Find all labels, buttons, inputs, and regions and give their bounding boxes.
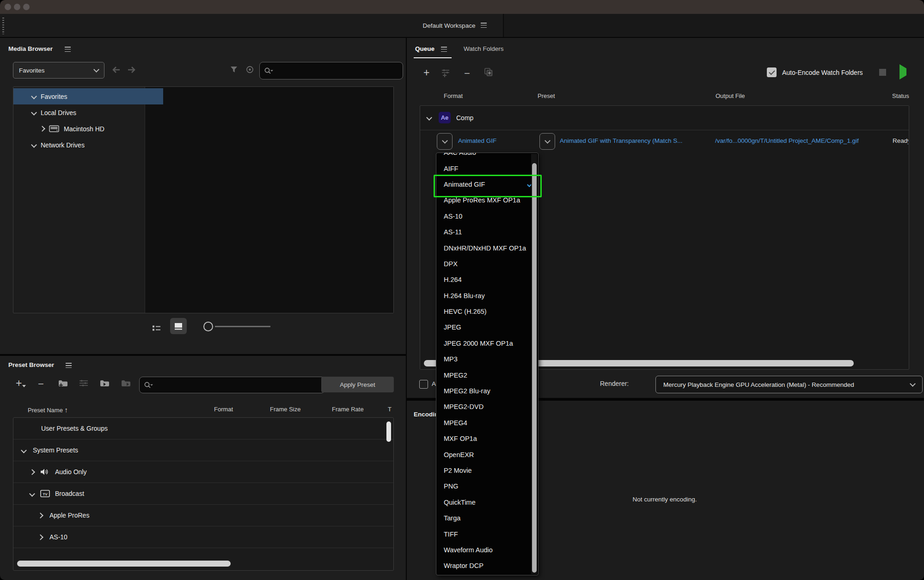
media-browser-menu-icon[interactable] <box>65 47 71 52</box>
chevron-down-icon[interactable] <box>29 491 35 497</box>
preset-search-input[interactable] <box>157 381 320 389</box>
duplicate-icon[interactable] <box>483 67 493 77</box>
format-option-mpeg4[interactable]: MPEG4 <box>436 415 538 431</box>
thumbnail-size-slider-track[interactable] <box>215 326 270 327</box>
apply-preset-button[interactable]: Apply Preset <box>321 377 394 392</box>
preset-row-as-10[interactable]: AS-10 <box>13 526 393 548</box>
filter-icon[interactable] <box>230 66 238 73</box>
preset-column-format[interactable]: Format <box>214 406 233 413</box>
queue-menu-icon[interactable] <box>441 47 447 52</box>
entry-format-link[interactable]: Animated GIF <box>458 137 496 144</box>
format-option-dpx[interactable]: DPX <box>436 256 538 272</box>
remove-source-icon[interactable]: − <box>464 68 470 79</box>
titlebar[interactable] <box>0 0 924 14</box>
format-option-mpeg2[interactable]: MPEG2 <box>436 367 538 383</box>
media-source-dropdown[interactable]: Favorites <box>13 62 104 79</box>
tree-item-network-drives[interactable]: Network Drives <box>13 137 163 153</box>
add-output-icon[interactable] <box>441 68 450 77</box>
preset-row-system-presets[interactable]: System Presets <box>13 440 393 461</box>
tab-default-workspace[interactable] <box>503 14 924 37</box>
tab-watch-folders[interactable]: Watch Folders <box>464 45 504 52</box>
preset-row-apple-prores[interactable]: Apple ProRes <box>13 505 393 526</box>
eye-icon[interactable] <box>246 66 254 73</box>
entry-output-file-link[interactable]: /var/fo...0000gn/T/Untitled Project_AME/… <box>715 137 890 144</box>
format-option-waveform-audio[interactable]: Waveform Audio <box>436 542 538 558</box>
tree-item-macintosh-hd[interactable]: Macintosh HD <box>13 121 171 137</box>
chevron-right-icon[interactable] <box>29 469 35 475</box>
chevron-down-icon[interactable] <box>426 115 432 121</box>
back-arrow-icon[interactable] <box>112 66 121 73</box>
tree-item-favorites[interactable]: Favorites <box>13 88 163 104</box>
entry-preset-link[interactable]: Animated GIF with Transparency (Match S.… <box>560 137 712 144</box>
preset-row-audio-only[interactable]: Audio Only <box>13 461 393 483</box>
queue-group-row[interactable]: Ae Comp <box>420 106 909 130</box>
chevron-down-icon[interactable] <box>31 142 37 148</box>
auto-encode-checkbox[interactable] <box>767 67 777 77</box>
preset-horizontal-scrollbar[interactable] <box>17 561 231 567</box>
format-option-jpeg[interactable]: JPEG <box>436 319 538 335</box>
format-option-animated-gif[interactable]: Animated GIF <box>436 177 538 192</box>
preset-row-user-presets-groups[interactable]: User Presets & Groups <box>13 418 393 440</box>
preset-column-preset-name[interactable]: Preset Name ↑ <box>28 406 68 414</box>
export-preset-icon[interactable] <box>121 379 131 387</box>
format-option-hevc-h-265[interactable]: HEVC (H.265) <box>436 304 538 319</box>
media-content-pane[interactable] <box>145 87 393 313</box>
create-preset-icon[interactable]: + <box>16 378 26 389</box>
forward-arrow-icon[interactable] <box>127 66 136 73</box>
format-option-png[interactable]: PNG <box>436 478 538 494</box>
format-option-h-264[interactable]: H.264 <box>436 272 538 287</box>
chevron-down-icon[interactable] <box>21 447 27 453</box>
chevron-right-icon[interactable] <box>37 513 43 519</box>
preset-row-broadcast[interactable]: TVBroadcast <box>13 483 393 505</box>
format-option-mxf-op1a[interactable]: MXF OP1a <box>436 431 538 446</box>
media-search-input[interactable] <box>277 67 398 75</box>
zoom-window-icon[interactable] <box>23 4 30 10</box>
format-option-mpeg2-blu-ray[interactable]: MPEG2 Blu-ray <box>436 383 538 399</box>
thumbnail-size-slider-knob[interactable] <box>203 322 213 331</box>
preset-settings-icon[interactable] <box>79 379 88 387</box>
chevron-down-icon[interactable] <box>31 110 37 116</box>
renderer-dropdown[interactable]: Mercury Playback Engine GPU Acceleration… <box>655 376 923 393</box>
close-window-icon[interactable] <box>5 4 11 10</box>
queue-bottom-checkbox[interactable] <box>419 380 428 389</box>
format-option-aiff[interactable]: AIFF <box>436 160 538 176</box>
format-option-as-11[interactable]: AS-11 <box>436 224 538 240</box>
chevron-right-icon[interactable] <box>37 534 43 540</box>
format-option-tiff[interactable]: TIFF <box>436 526 538 542</box>
chevron-down-icon[interactable] <box>31 93 37 99</box>
format-option-targa[interactable]: Targa <box>436 510 538 526</box>
format-option-h-264-blu-ray[interactable]: H.264 Blu-ray <box>436 288 538 304</box>
queue-entry-row[interactable]: Animated GIF Animated GIF with Transpare… <box>420 130 909 153</box>
import-preset-icon[interactable] <box>99 379 110 387</box>
thumbnail-view-icon[interactable] <box>170 318 187 334</box>
format-option-openexr[interactable]: OpenEXR <box>436 446 538 462</box>
workspace-menu-icon[interactable] <box>481 23 487 28</box>
format-option-mpeg2-dvd[interactable]: MPEG2-DVD <box>436 399 538 415</box>
preset-column-t[interactable]: T <box>388 406 392 413</box>
format-option-dnxhr-dnxhd-mxf-op1a[interactable]: DNxHR/DNxHD MXF OP1a <box>436 240 538 256</box>
format-dropdown-button[interactable] <box>437 133 453 150</box>
format-option-p2-movie[interactable]: P2 Movie <box>436 463 538 478</box>
list-view-icon[interactable] <box>152 325 161 331</box>
preset-vertical-scrollbar[interactable] <box>386 421 391 442</box>
chevron-right-icon[interactable] <box>39 126 45 132</box>
format-option-apple-prores-mxf-op1a[interactable]: Apple ProRes MXF OP1a <box>436 192 538 208</box>
stop-queue-icon[interactable] <box>879 69 886 76</box>
workspace-tab[interactable]: Default Workspace <box>407 14 503 37</box>
tree-item-local-drives[interactable]: Local Drives <box>13 104 163 121</box>
format-option-quicktime[interactable]: QuickTime <box>436 495 538 510</box>
format-option-as-10[interactable]: AS-10 <box>436 208 538 224</box>
preset-column-frame-size[interactable]: Frame Size <box>270 406 300 413</box>
format-option-aac-audio[interactable]: AAC Audio <box>436 153 538 160</box>
preset-browser-menu-icon[interactable] <box>66 363 72 368</box>
media-search-box[interactable] <box>259 62 403 79</box>
format-dropdown-scrollbar-thumb[interactable] <box>532 163 537 573</box>
preset-search-box[interactable] <box>139 377 325 393</box>
add-source-icon[interactable]: + <box>423 67 429 78</box>
format-option-mp3[interactable]: MP3 <box>436 351 538 367</box>
preset-dropdown-button[interactable] <box>539 133 555 150</box>
tab-queue[interactable]: Queue <box>415 45 434 52</box>
panel-drag-handle[interactable] <box>2 18 4 34</box>
new-preset-group-icon[interactable] <box>58 379 68 387</box>
format-option-jpeg-2000-mxf-op1a[interactable]: JPEG 2000 MXF OP1a <box>436 336 538 351</box>
